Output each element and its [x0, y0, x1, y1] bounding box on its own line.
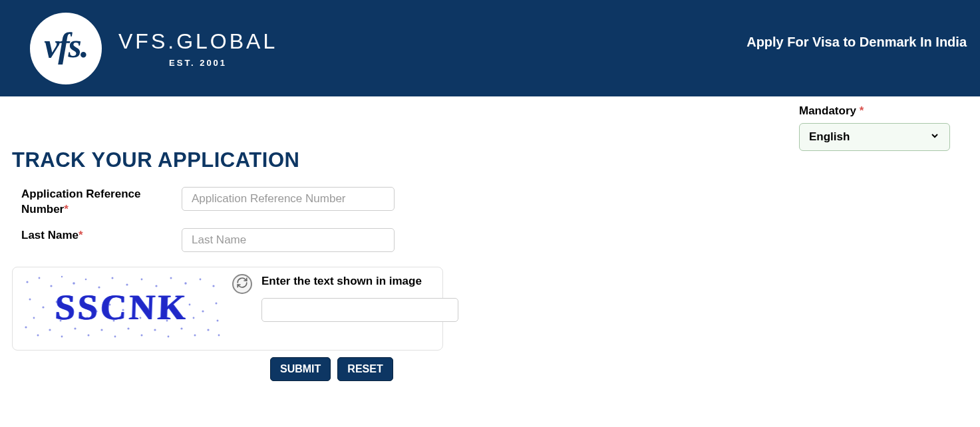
reset-button[interactable]: RESET [337, 357, 393, 381]
captcha-label: Enter the text shown in image [261, 274, 458, 289]
site-header: vfs. VFS.GLOBAL EST. 2001 Apply For Visa… [0, 0, 980, 96]
mandatory-star: * [860, 104, 864, 117]
captcha-refresh-button[interactable] [232, 274, 252, 294]
logo-abbrev: vfs. [44, 26, 88, 65]
lastname-label-text: Last Name [21, 229, 79, 241]
page-title: TRACK YOUR APPLICATION [12, 148, 968, 172]
logo-block: vfs. VFS.GLOBAL EST. 2001 [30, 13, 277, 84]
captcha-image: SSCNK [21, 273, 223, 342]
header-context-text: Apply For Visa to Denmark In India [746, 35, 967, 50]
chevron-down-icon [929, 130, 940, 144]
main-content: Mandatory * English TRACK YOUR APPLICATI… [0, 96, 980, 408]
captcha-box: SSCNK Enter the text shown in image [12, 267, 443, 351]
lastname-label: Last Name* [12, 228, 182, 252]
brand-est: EST. 2001 [118, 58, 277, 68]
language-select[interactable]: English [799, 123, 950, 151]
reference-label: Application Reference Number* [12, 187, 182, 217]
lastname-input[interactable] [182, 228, 395, 252]
language-selected-text: English [809, 130, 850, 144]
captcha-right: Enter the text shown in image [261, 273, 458, 322]
button-row: SUBMIT RESET [270, 357, 968, 381]
lastname-star: * [79, 229, 83, 241]
refresh-icon [236, 277, 248, 291]
brand-name: VFS.GLOBAL [118, 29, 277, 54]
logo-text: VFS.GLOBAL EST. 2001 [118, 29, 277, 68]
reference-input[interactable] [182, 187, 395, 211]
reference-star: * [64, 203, 69, 215]
logo-circle: vfs. [30, 13, 102, 84]
captcha-input[interactable] [261, 298, 458, 322]
mandatory-block: Mandatory * English [799, 104, 950, 151]
mandatory-label-text: Mandatory [799, 104, 856, 117]
mandatory-label: Mandatory * [799, 104, 950, 118]
captcha-image-text: SSCNK [21, 273, 223, 342]
form-row-lastname: Last Name* [12, 228, 968, 252]
form-row-reference: Application Reference Number* [12, 187, 968, 217]
submit-button[interactable]: SUBMIT [270, 357, 331, 381]
reference-label-text: Application Reference Number [21, 188, 141, 215]
